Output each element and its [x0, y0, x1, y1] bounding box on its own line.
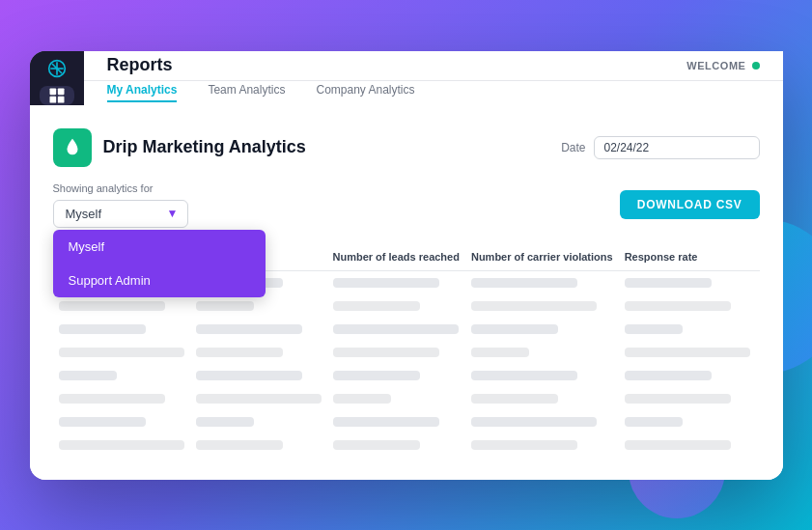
skeleton-bar	[471, 371, 577, 380]
skeleton-bar	[471, 348, 529, 357]
dropdown-menu: Myself Support Admin	[53, 230, 266, 297]
skeleton-bar	[333, 394, 391, 404]
skeleton-bar	[196, 440, 283, 450]
table-cell	[756, 341, 760, 364]
svg-rect-4	[57, 88, 64, 95]
table-row	[53, 341, 760, 364]
skeleton-bar	[471, 301, 597, 311]
skeleton-bar	[625, 394, 731, 404]
tab-team-analytics[interactable]: Team Analytics	[208, 83, 285, 102]
svg-rect-3	[49, 88, 56, 95]
download-csv-button[interactable]: DOWNLOAD CSV	[620, 190, 760, 219]
table-cell	[190, 341, 327, 364]
skeleton-bar	[625, 440, 731, 450]
col-avg-response: Average response time	[756, 243, 760, 271]
skeleton-bar	[59, 417, 146, 427]
tab-company-analytics[interactable]: Company Analytics	[316, 83, 414, 102]
table-cell	[53, 410, 190, 433]
skeleton-bar	[333, 301, 420, 311]
skeleton-bar	[59, 440, 184, 450]
table-cell	[465, 433, 619, 457]
date-label: Date	[561, 141, 585, 154]
table-cell	[53, 364, 190, 387]
table-cell	[327, 294, 465, 318]
card-title-area: Drip Marketing Analytics	[53, 128, 306, 167]
header-content: Reports WELCOME My Analytics Team Analyt…	[84, 51, 783, 105]
nav-tabs: My Analytics Team Analytics Company Anal…	[84, 81, 783, 105]
skeleton-bar	[59, 371, 117, 380]
table-cell	[53, 294, 190, 318]
main-card: Drip Marketing Analytics Date Showing an…	[30, 105, 783, 480]
table-cell	[756, 364, 760, 387]
skeleton-bar	[471, 394, 558, 404]
skeleton-bar	[471, 417, 597, 427]
table-cell	[756, 387, 760, 410]
table-cell	[465, 410, 619, 433]
app-shell: Reports WELCOME My Analytics Team Analyt…	[30, 51, 783, 480]
skeleton-bar	[333, 348, 439, 357]
table-row	[53, 433, 760, 457]
col-leads: Number of leads reached	[327, 243, 465, 271]
skeleton-bar	[196, 348, 283, 357]
skeleton-bar	[59, 348, 184, 357]
table-cell	[190, 364, 327, 387]
page-title: Reports	[107, 55, 687, 75]
table-cell	[327, 410, 465, 433]
skeleton-bar	[196, 301, 254, 311]
dropdown-item-myself[interactable]: Myself	[53, 230, 266, 264]
table-cell	[619, 364, 756, 387]
table-cell	[327, 433, 465, 457]
table-cell	[756, 433, 760, 457]
table-cell	[465, 364, 619, 387]
table-cell	[190, 387, 327, 410]
table-cell	[619, 387, 756, 410]
card-header: Drip Marketing Analytics Date	[53, 128, 760, 167]
skeleton-bar	[59, 324, 146, 334]
browser-window: Reports WELCOME My Analytics Team Analyt…	[30, 51, 783, 480]
table-cell	[619, 433, 756, 457]
table-cell	[465, 387, 619, 410]
skeleton-bar	[59, 394, 165, 404]
svg-rect-5	[49, 96, 56, 102]
top-bar: Reports WELCOME My Analytics Team Analyt…	[30, 51, 783, 105]
skeleton-bar	[196, 394, 322, 404]
skeleton-bar	[471, 324, 558, 334]
date-input[interactable]	[594, 136, 760, 159]
skeleton-bar	[196, 371, 302, 380]
table-cell	[619, 410, 756, 433]
dropdown-wrapper: Myself Support Admin ▼ Myself Support Ad…	[53, 200, 188, 228]
grid-icon[interactable]	[40, 86, 74, 105]
table-row	[53, 294, 760, 318]
skeleton-bar	[333, 417, 439, 427]
skeleton-bar	[333, 278, 439, 288]
svg-rect-6	[57, 96, 64, 102]
table-cell	[327, 387, 465, 410]
table-cell	[619, 294, 756, 318]
dropdown-item-support-admin[interactable]: Support Admin	[53, 264, 266, 297]
table-cell	[465, 270, 619, 294]
analytics-for-dropdown[interactable]: Myself Support Admin	[53, 200, 188, 228]
table-cell	[190, 433, 327, 457]
table-cell	[619, 318, 756, 341]
table-cell	[619, 341, 756, 364]
skeleton-bar	[625, 278, 712, 288]
table-cell	[190, 294, 327, 318]
filter-left: Showing analytics for Myself Support Adm…	[53, 182, 188, 228]
logo-icon[interactable]	[40, 59, 74, 78]
tab-my-analytics[interactable]: My Analytics	[107, 83, 178, 102]
welcome-area: WELCOME	[686, 60, 759, 71]
table-cell	[53, 318, 190, 341]
skeleton-bar	[333, 324, 459, 334]
table-cell	[756, 318, 760, 341]
filter-section: Showing analytics for Myself Support Adm…	[53, 182, 760, 228]
sidebar-icons	[30, 51, 84, 105]
skeleton-bar	[196, 417, 254, 427]
table-cell	[465, 318, 619, 341]
table-cell	[190, 410, 327, 433]
skeleton-bar	[471, 440, 577, 450]
table-cell	[756, 410, 760, 433]
table-cell	[53, 387, 190, 410]
table-cell	[327, 318, 465, 341]
table-cell	[756, 270, 760, 294]
online-indicator	[752, 62, 760, 70]
